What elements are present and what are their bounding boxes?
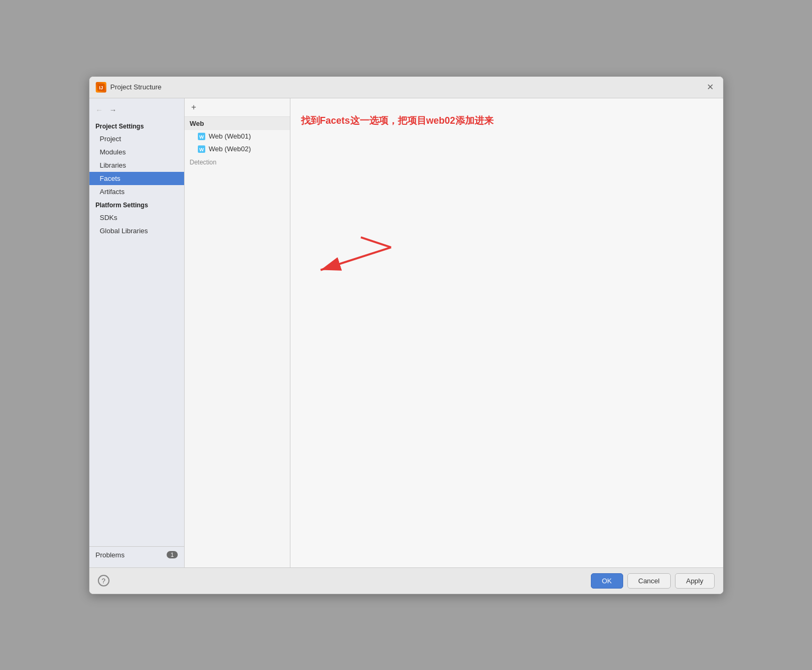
detection-label: Detection [185,155,290,169]
tree-item-web02-label: Web (Web02) [209,145,251,153]
project-settings-header: Project Settings [89,120,184,132]
annotation-text: 找到Facets这一选项，把项目web02添加进来 [301,114,713,127]
sidebar-item-artifacts[interactable]: Artifacts [89,185,184,198]
middle-toolbar: + [185,98,290,117]
ok-button[interactable]: OK [591,573,623,589]
help-button[interactable]: ? [98,575,110,586]
close-button[interactable]: ✕ [704,81,717,94]
sidebar-item-global-libraries[interactable]: Global Libraries [89,224,184,237]
web-facet-icon-web02: W [197,145,206,153]
svg-line-8 [361,237,391,247]
dialog-title: Project Structure [111,83,162,91]
title-bar: IJ Project Structure ✕ [89,77,723,98]
app-icon: IJ [96,82,106,93]
add-facet-button[interactable]: + [189,102,199,113]
platform-settings-header: Platform Settings [89,198,184,211]
problems-badge: 1 [167,551,177,558]
nav-controls: ← → [89,103,184,120]
svg-text:W: W [199,147,204,152]
svg-line-7 [321,247,391,270]
project-structure-dialog: IJ Project Structure ✕ ← → Project Setti… [89,76,724,594]
tree-group-web: Web [185,117,290,130]
svg-text:W: W [199,134,204,140]
problems-label: Problems [96,551,125,559]
tree-item-web01-label: Web (Web01) [209,132,251,140]
tree-item-web02[interactable]: W Web (Web02) [185,143,290,155]
middle-panel: + Web W Web (Web01) W Web (Web02) [185,98,290,567]
sidebar-item-facets[interactable]: Facets [89,172,184,185]
bottom-bar: ? OK Cancel Apply [89,567,723,594]
sidebar-item-libraries[interactable]: Libraries [89,159,184,172]
forward-button[interactable]: → [107,105,119,115]
facet-tree: Web W Web (Web01) W Web (Web02) Detectio… [185,117,290,567]
tree-item-web01[interactable]: W Web (Web01) [185,130,290,143]
cancel-button[interactable]: Cancel [627,573,671,589]
sidebar-item-project[interactable]: Project [89,132,184,145]
dialog-body: ← → Project Settings Project Modules Lib… [89,98,723,567]
arrow-annotation [290,98,723,567]
sidebar: ← → Project Settings Project Modules Lib… [89,98,185,567]
web-facet-icon-web01: W [197,132,206,141]
sidebar-item-modules[interactable]: Modules [89,145,184,159]
title-bar-left: IJ Project Structure [96,82,162,93]
svg-text:IJ: IJ [99,85,103,90]
back-button[interactable]: ← [94,105,105,115]
problems-bar[interactable]: Problems 1 [89,546,184,563]
apply-button[interactable]: Apply [675,573,715,589]
main-content: 找到Facets这一选项，把项目web02添加进来 [290,98,723,567]
sidebar-item-sdks[interactable]: SDKs [89,211,184,224]
